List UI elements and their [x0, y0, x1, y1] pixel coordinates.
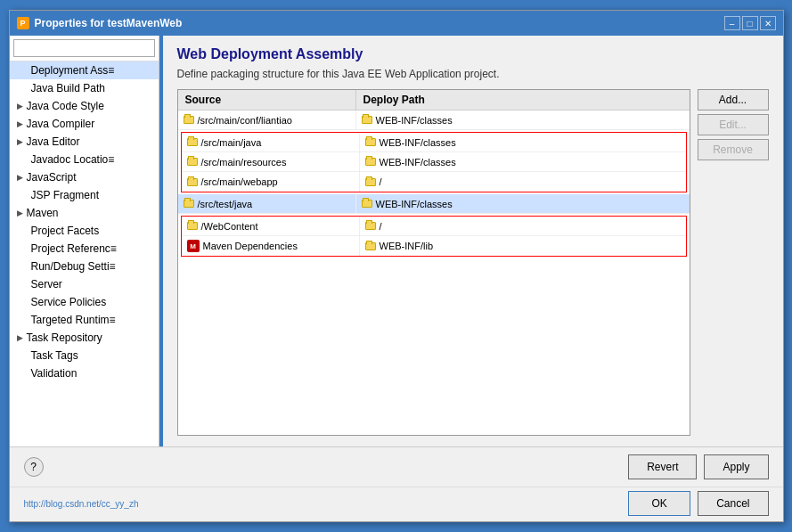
folder-icon	[365, 158, 376, 166]
sidebar-search-input[interactable]	[13, 39, 155, 57]
cell-deploy: WEB-INF/classes	[360, 152, 686, 171]
cell-deploy: WEB-INF/lib	[360, 236, 686, 256]
expand-arrow-icon: ▶	[17, 209, 23, 217]
sidebar-item-server[interactable]: Server	[10, 275, 159, 293]
table-row[interactable]: /src/main/resourcesWEB-INF/classes	[182, 152, 686, 172]
outlined-group-2: /WebContent/MMaven DependenciesWEB-INF/l…	[181, 216, 687, 257]
folder-icon	[365, 222, 376, 230]
bottom-left: ?	[24, 457, 622, 477]
source-column-header: Source	[178, 90, 356, 110]
sidebar-item-run-debug-settings[interactable]: Run/Debug Setti≡	[10, 258, 159, 275]
sidebar-item-label: Run/Debug Setti≡	[31, 260, 116, 273]
cell-source: /src/main/webapp	[182, 172, 360, 192]
folder-icon	[365, 138, 376, 146]
minimize-button[interactable]: –	[724, 16, 740, 30]
sidebar-item-label: Java Compiler	[27, 118, 95, 130]
sidebar: Deployment Ass≡Java Build Path▶Java Code…	[10, 36, 159, 446]
maximize-button[interactable]: □	[742, 16, 758, 30]
table-row[interactable]: /src/main/webapp/	[182, 172, 686, 192]
sidebar-item-java-build-path[interactable]: Java Build Path	[10, 79, 159, 97]
properties-dialog: P Properties for testMavenWeb – □ ✕ Depl…	[9, 10, 784, 522]
sidebar-item-java-editor[interactable]: ▶Java Editor	[10, 133, 159, 151]
cell-deploy: WEB-INF/classes	[356, 110, 690, 129]
action-buttons-panel: Add... Edit... Remove	[698, 89, 769, 436]
cancel-button[interactable]: Cancel	[698, 491, 768, 516]
sidebar-item-label: Java Build Path	[31, 82, 105, 94]
sidebar-item-project-facets[interactable]: Project Facets	[10, 222, 159, 240]
table-body: /src/main/conf/liantiaoWEB-INF/classes/s…	[178, 110, 690, 257]
expand-arrow-icon: ▶	[17, 333, 23, 342]
ok-cancel-buttons: OK Cancel	[628, 491, 768, 516]
source-text: /src/main/java	[201, 137, 262, 148]
folder-icon	[187, 178, 198, 186]
ok-button[interactable]: OK	[628, 491, 690, 516]
source-text: /src/main/webapp	[201, 176, 278, 187]
sidebar-item-deployment-assembly[interactable]: Deployment Ass≡	[10, 61, 159, 79]
folder-icon	[187, 138, 198, 146]
edit-button[interactable]: Edit...	[698, 114, 769, 135]
table-row[interactable]: /src/test/javaWEB-INF/classes	[178, 194, 690, 214]
table-header: Source Deploy Path	[178, 90, 690, 110]
sidebar-item-label: Task Tags	[31, 349, 78, 362]
source-text: /WebContent	[201, 221, 258, 232]
folder-icon	[187, 158, 198, 166]
outlined-group-1: /src/main/javaWEB-INF/classes/src/main/r…	[181, 132, 687, 192]
sidebar-item-java-code-style[interactable]: ▶Java Code Style	[10, 97, 159, 115]
expand-arrow-icon: ▶	[17, 173, 23, 182]
expand-arrow-icon: ▶	[17, 137, 23, 146]
sidebar-item-task-repository[interactable]: ▶Task Repository	[10, 329, 159, 347]
folder-icon	[362, 200, 372, 208]
sidebar-item-label: JavaScript	[27, 171, 77, 184]
cell-deploy: WEB-INF/classes	[360, 133, 686, 151]
maven-icon: M	[187, 240, 200, 252]
help-button[interactable]: ?	[24, 457, 44, 477]
cell-source: /src/test/java	[178, 194, 356, 213]
sidebar-item-maven[interactable]: ▶Maven	[10, 204, 159, 222]
sidebar-item-validation[interactable]: Validation	[10, 364, 159, 382]
source-text: /src/main/conf/liantiao	[198, 115, 292, 126]
folder-icon	[362, 116, 372, 124]
revert-button[interactable]: Revert	[628, 454, 697, 479]
deployment-table: Source Deploy Path /src/main/conf/lianti…	[177, 89, 690, 436]
sidebar-item-javadoc-location[interactable]: Javadoc Locatio≡	[10, 151, 159, 168]
sidebar-item-project-references[interactable]: Project Referenc≡	[10, 240, 159, 258]
deploy-text: /	[380, 221, 382, 232]
sidebar-item-label: Deployment Ass≡	[31, 64, 115, 77]
cell-source: /src/main/conf/liantiao	[178, 110, 356, 129]
sidebar-item-label: Maven	[27, 207, 59, 219]
deploy-text: WEB-INF/classes	[376, 115, 453, 126]
bottom-buttons: Revert Apply	[628, 454, 768, 479]
content-title: Web Deployment Assembly	[177, 46, 769, 62]
table-row[interactable]: /WebContent/	[182, 217, 686, 236]
add-button[interactable]: Add...	[698, 89, 769, 110]
cell-deploy: /	[360, 217, 686, 235]
cell-deploy: /	[360, 172, 686, 192]
sidebar-item-targeted-runtimes[interactable]: Targeted Runtim≡	[10, 311, 159, 329]
sidebar-item-jsp-fragment[interactable]: JSP Fragment	[10, 186, 159, 204]
sidebar-item-java-compiler[interactable]: ▶Java Compiler	[10, 115, 159, 133]
bottom-bar: ? Revert Apply	[10, 446, 783, 487]
sidebar-item-task-tags[interactable]: Task Tags	[10, 347, 159, 364]
sidebar-item-label: Server	[31, 278, 62, 291]
remove-button[interactable]: Remove	[698, 139, 769, 160]
title-bar-left: P Properties for testMavenWeb	[17, 17, 183, 29]
sidebar-item-javascript[interactable]: ▶JavaScript	[10, 168, 159, 186]
title-bar: P Properties for testMavenWeb – □ ✕	[10, 11, 783, 36]
sidebar-item-service-policies[interactable]: Service Policies	[10, 293, 159, 311]
cell-deploy: WEB-INF/classes	[356, 194, 690, 213]
table-row[interactable]: /src/main/conf/liantiaoWEB-INF/classes	[178, 110, 690, 130]
main-panel: Source Deploy Path /src/main/conf/lianti…	[177, 89, 769, 436]
table-row[interactable]: MMaven DependenciesWEB-INF/lib	[182, 236, 686, 256]
sidebar-item-label: JSP Fragment	[31, 189, 99, 201]
sidebar-item-label: Javadoc Locatio≡	[31, 153, 115, 166]
sidebar-item-label: Java Code Style	[27, 100, 104, 112]
close-button[interactable]: ✕	[760, 16, 776, 30]
dialog-body: Deployment Ass≡Java Build Path▶Java Code…	[10, 36, 783, 446]
sidebar-scroll: Deployment Ass≡Java Build Path▶Java Code…	[10, 61, 159, 382]
apply-button[interactable]: Apply	[704, 454, 768, 479]
ok-cancel-bar: http://blog.csdn.net/cc_yy_zh OK Cancel	[10, 487, 783, 521]
footer-url: http://blog.csdn.net/cc_yy_zh	[24, 499, 629, 509]
deploy-text: /	[380, 176, 382, 187]
cell-source: /src/main/java	[182, 133, 360, 151]
table-row[interactable]: /src/main/javaWEB-INF/classes	[182, 133, 686, 152]
